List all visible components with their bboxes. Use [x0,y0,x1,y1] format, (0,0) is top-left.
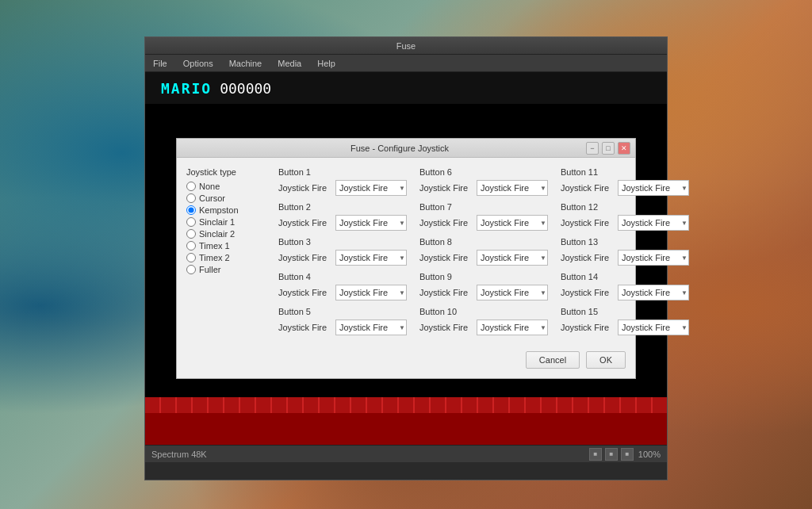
button-3-value: Joystick Fire [278,253,334,262]
button-4-dropdown[interactable]: Joystick Fire [335,285,407,300]
button-10-dropdown[interactable]: Joystick Fire [477,320,548,335]
button-14-value: Joystick Fire [561,288,616,297]
button-12-dropdown[interactable]: Joystick Fire [618,215,689,231]
button-5-value: Joystick Fire [278,323,334,332]
button-10-value: Joystick Fire [419,323,475,332]
button-1-dropdown[interactable]: Joystick Fire [335,180,407,196]
button-2-label: Button 2 [278,202,407,212]
button-5-dropdown[interactable]: Joystick Fire [335,320,407,335]
button-3-row: Joystick Fire Joystick Fire ▼ [278,250,407,266]
radio-fuller[interactable]: Fuller [186,265,266,274]
radio-sinclair1[interactable]: Sinclair 1 [186,217,266,227]
radio-timex2[interactable]: Timex 2 [186,253,266,262]
button-2-value: Joystick Fire [278,218,334,228]
button-1-value: Joystick Fire [278,183,334,193]
configure-joystick-dialog: Fuse - Configure Joystick − □ ✕ Joystick… [176,138,636,379]
radio-kempston[interactable]: Kempston [186,205,266,215]
dialog-minimize-button[interactable]: − [586,142,599,155]
dialog-overlay: Fuse - Configure Joystick − □ ✕ Joystick… [145,37,667,480]
button-7-label: Button 7 [419,202,548,212]
button-8-value: Joystick Fire [419,253,475,262]
buttons-grid: Button 1 Joystick Fire Joystick Fire ▼ [278,167,689,335]
button-group-14: Button 14 Joystick Fire Joystick Fire ▼ [561,272,689,300]
dialog-titlebar: Fuse - Configure Joystick − □ ✕ [177,139,635,158]
button-11-dropdown[interactable]: Joystick Fire [618,180,689,196]
button-group-6: Button 6 Joystick Fire Joystick Fire ▼ [419,167,548,196]
button-2-dropdown[interactable]: Joystick Fire [335,215,407,231]
button-15-value: Joystick Fire [561,323,616,332]
joystick-type-panel: Joystick type None Cursor Kempston [186,167,266,335]
radio-sinclair1-input[interactable] [186,217,196,227]
button-11-label: Button 11 [561,167,689,177]
radio-timex1[interactable]: Timex 1 [186,241,266,251]
button-4-label: Button 4 [278,272,407,281]
button-13-dropdown[interactable]: Joystick Fire [618,250,689,266]
radio-none[interactable]: None [186,182,266,191]
button-group-7: Button 7 Joystick Fire Joystick Fire ▼ [419,202,548,231]
button-8-dropdown[interactable]: Joystick Fire [477,250,548,266]
button-group-10: Button 10 Joystick Fire Joystick Fire ▼ [419,307,548,335]
button-1-label: Button 1 [278,167,407,177]
button-5-dropdown-container: Joystick Fire ▼ [335,320,407,335]
dialog-close-button[interactable]: ✕ [618,142,630,155]
button-2-dropdown-container: Joystick Fire ▼ [335,215,407,231]
button-6-label: Button 6 [419,167,548,177]
button-2-row: Joystick Fire Joystick Fire ▼ [278,215,407,231]
button-6-dropdown[interactable]: Joystick Fire [477,180,548,196]
radio-fuller-input[interactable] [186,265,196,274]
button-3-dropdown-container: Joystick Fire ▼ [335,250,407,266]
button-10-label: Button 10 [419,307,548,316]
button-4-value: Joystick Fire [278,288,334,297]
button-8-dropdown-container: Joystick Fire ▼ [477,250,548,266]
cancel-button[interactable]: Cancel [526,351,580,369]
button-7-dropdown-container: Joystick Fire ▼ [477,215,548,231]
dialog-maximize-button[interactable]: □ [602,142,615,155]
button-12-dropdown-container: Joystick Fire ▼ [618,215,689,231]
radio-cursor-input[interactable] [186,193,196,203]
button-1-dropdown-container: Joystick Fire ▼ [335,180,407,196]
button-12-value: Joystick Fire [561,218,616,228]
button-15-dropdown[interactable]: Joystick Fire [618,320,689,335]
button-15-row: Joystick Fire Joystick Fire ▼ [561,320,689,335]
button-group-5: Button 5 Joystick Fire Joystick Fire ▼ [278,307,407,335]
button-group-13: Button 13 Joystick Fire Joystick Fire ▼ [561,237,689,266]
button-group-1: Button 1 Joystick Fire Joystick Fire ▼ [278,167,407,196]
radio-sinclair2-label: Sinclair 2 [199,229,235,239]
button-group-4: Button 4 Joystick Fire Joystick Fire ▼ [278,272,407,300]
button-8-label: Button 8 [419,237,548,247]
radio-timex2-input[interactable] [186,253,196,262]
radio-sinclair2[interactable]: Sinclair 2 [186,229,266,239]
button-group-3: Button 3 Joystick Fire Joystick Fire ▼ [278,237,407,266]
dialog-actions: Cancel OK [177,345,635,378]
radio-kempston-input[interactable] [186,205,196,215]
ok-button[interactable]: OK [586,351,626,369]
button-11-dropdown-container: Joystick Fire ▼ [618,180,689,196]
button-4-dropdown-container: Joystick Fire ▼ [335,285,407,300]
button-11-value: Joystick Fire [561,183,616,193]
button-14-dropdown-container: Joystick Fire ▼ [618,285,689,300]
radio-cursor[interactable]: Cursor [186,193,266,203]
button-14-dropdown[interactable]: Joystick Fire [618,285,689,300]
buttons-panel: Button 1 Joystick Fire Joystick Fire ▼ [278,167,689,335]
radio-timex1-input[interactable] [186,241,196,251]
button-group-2: Button 2 Joystick Fire Joystick Fire ▼ [278,202,407,231]
radio-sinclair2-input[interactable] [186,229,196,239]
radio-timex2-label: Timex 2 [199,253,230,262]
button-10-row: Joystick Fire Joystick Fire ▼ [419,320,548,335]
button-9-label: Button 9 [419,272,548,281]
button-14-row: Joystick Fire Joystick Fire ▼ [561,285,689,300]
button-14-label: Button 14 [561,272,689,281]
dialog-body: Joystick type None Cursor Kempston [177,158,635,345]
dialog-title: Fuse - Configure Joystick [213,144,586,153]
radio-none-input[interactable] [186,182,196,191]
radio-none-label: None [199,182,220,191]
button-7-dropdown[interactable]: Joystick Fire [477,215,548,231]
button-15-label: Button 15 [561,307,689,316]
button-9-dropdown[interactable]: Joystick Fire [477,285,548,300]
button-7-row: Joystick Fire Joystick Fire ▼ [419,215,548,231]
dialog-controls: − □ ✕ [586,142,630,155]
radio-kempston-label: Kempston [199,205,239,215]
joystick-type-label: Joystick type [186,167,266,177]
button-group-9: Button 9 Joystick Fire Joystick Fire ▼ [419,272,548,300]
button-3-dropdown[interactable]: Joystick Fire [335,250,407,266]
